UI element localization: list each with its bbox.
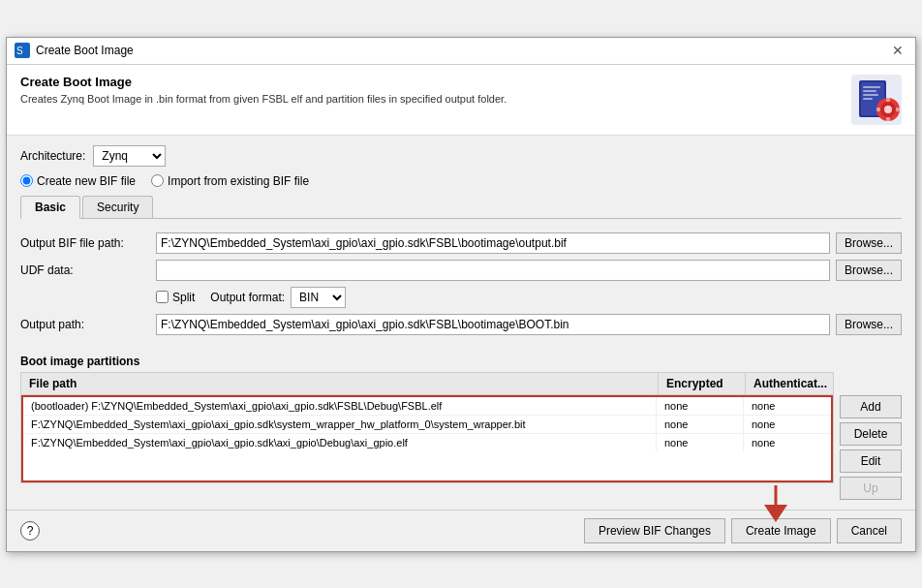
create-image-button[interactable]: Create Image (731, 518, 831, 543)
preview-bif-button[interactable]: Preview BIF Changes (584, 518, 725, 543)
create-boot-image-dialog: S Create Boot Image ✕ Create Boot Image … (6, 37, 916, 552)
create-bif-radio[interactable] (20, 174, 33, 187)
cancel-button[interactable]: Cancel (837, 518, 902, 543)
create-bif-radio-label[interactable]: Create new BIF file (20, 174, 136, 188)
dialog-header: Create Boot Image Creates Zynq Boot Imag… (7, 65, 915, 136)
row-auth-2: none (744, 434, 831, 451)
title-bar: S Create Boot Image ✕ (7, 38, 915, 65)
svg-text:S: S (16, 46, 23, 56)
svg-rect-14 (863, 94, 878, 96)
partitions-section-title: Boot image partitions (20, 355, 902, 368)
title-bar-title: Create Boot Image (36, 44, 134, 57)
tab-basic[interactable]: Basic (20, 196, 80, 219)
udf-input[interactable] (156, 260, 830, 281)
format-row: Output format: BINMCSHEX (210, 287, 346, 308)
row-filepath-2: F:\ZYNQ\Embedded_System\axi_gpio\axi_gpi… (23, 434, 657, 451)
split-text: Split (172, 291, 195, 304)
row-encrypted-1: none (657, 416, 744, 433)
svg-rect-15 (863, 98, 873, 100)
sdk-icon: S (15, 43, 30, 58)
output-format-label: Output format: (210, 291, 285, 304)
help-icon[interactable]: ? (20, 521, 40, 541)
dialog-footer: ? Preview BIF Changes Create Image Cance… (7, 510, 915, 551)
partitions-outer: File path Encrypted Authenticat... (boot… (20, 372, 902, 500)
svg-rect-9 (876, 108, 880, 111)
import-bif-radio[interactable] (151, 174, 164, 187)
split-checkbox-label[interactable]: Split (156, 291, 195, 304)
table-row[interactable]: F:\ZYNQ\Embedded_System\axi_gpio\axi_gpi… (23, 416, 831, 434)
output-format-select[interactable]: BINMCSHEX (291, 287, 346, 308)
architecture-select[interactable]: ZynqZynqMP (93, 145, 166, 167)
partitions-section-wrapper: Boot image partitions File path Encrypte… (20, 355, 902, 500)
row-filepath-0: (bootloader) F:\ZYNQ\Embedded_System\axi… (23, 397, 657, 415)
bif-options-row: Create new BIF file Import from existing… (20, 174, 902, 188)
output-bif-browse-button[interactable]: Browse... (836, 232, 902, 254)
split-checkbox[interactable] (156, 291, 169, 303)
output-path-row: Output path: Browse... (20, 314, 902, 335)
udf-row: UDF data: Browse... (20, 260, 902, 281)
output-path-input[interactable] (156, 314, 830, 335)
table-row[interactable]: F:\ZYNQ\Embedded_System\axi_gpio\axi_gpi… (23, 434, 831, 451)
udf-label: UDF data: (20, 263, 156, 277)
table-row[interactable]: (bootloader) F:\ZYNQ\Embedded_System\axi… (23, 397, 831, 416)
output-bif-input[interactable] (156, 232, 830, 254)
partitions-body[interactable]: (bootloader) F:\ZYNQ\Embedded_System\axi… (21, 395, 833, 482)
dialog-body: Architecture: ZynqZynqMP Create new BIF … (7, 136, 915, 510)
col-header-encrypted: Encrypted (659, 373, 746, 394)
partitions-header: File path Encrypted Authenticat... (21, 373, 833, 395)
edit-button[interactable]: Edit (840, 449, 902, 473)
svg-rect-7 (886, 98, 890, 102)
row-auth-0: none (744, 397, 831, 415)
architecture-label: Architecture: (20, 149, 85, 163)
output-bif-label: Output BIF file path: (20, 236, 156, 250)
output-bif-row: Output BIF file path: Browse... (20, 232, 902, 254)
split-format-group: Split Output format: BINMCSHEX (156, 287, 346, 308)
row-filepath-1: F:\ZYNQ\Embedded_System\axi_gpio\axi_gpi… (23, 416, 657, 433)
udf-browse-button[interactable]: Browse... (836, 260, 902, 281)
svg-rect-10 (896, 108, 900, 111)
architecture-row: Architecture: ZynqZynqMP (20, 145, 902, 167)
row-encrypted-0: none (657, 397, 744, 415)
output-path-browse-button[interactable]: Browse... (836, 314, 902, 335)
header-icon (851, 75, 902, 125)
header-title: Create Boot Image (20, 75, 507, 89)
tab-security[interactable]: Security (82, 196, 153, 218)
row-auth-1: none (744, 416, 831, 433)
partitions-section: File path Encrypted Authenticat... (boot… (20, 372, 834, 483)
svg-rect-13 (863, 90, 876, 92)
close-button[interactable]: ✕ (888, 41, 907, 60)
svg-point-11 (884, 106, 892, 113)
partitions-buttons: Add Delete Edit Up (840, 372, 902, 500)
svg-rect-12 (863, 86, 880, 88)
col-header-auth: Authenticat... (746, 373, 833, 394)
add-button[interactable]: Add (840, 395, 902, 418)
col-header-filepath: File path (21, 373, 659, 394)
header-description: Creates Zynq Boot Image in .bin format f… (20, 93, 507, 105)
partitions-table: File path Encrypted Authenticat... (boot… (20, 372, 834, 500)
header-text: Create Boot Image Creates Zynq Boot Imag… (20, 75, 507, 105)
form-section: Output BIF file path: Browse... UDF data… (20, 227, 902, 347)
footer-buttons: Preview BIF Changes Create Image Cancel (584, 518, 902, 543)
svg-rect-8 (886, 117, 890, 121)
row-encrypted-2: none (657, 434, 744, 451)
output-path-label: Output path: (20, 318, 156, 331)
title-bar-left: S Create Boot Image (15, 43, 134, 58)
split-format-row: Split Output format: BINMCSHEX (20, 287, 902, 308)
tabs-container: Basic Security (20, 196, 902, 219)
up-button[interactable]: Up (840, 477, 902, 500)
import-bif-radio-label[interactable]: Import from existing BIF file (151, 174, 309, 188)
delete-button[interactable]: Delete (840, 422, 902, 446)
